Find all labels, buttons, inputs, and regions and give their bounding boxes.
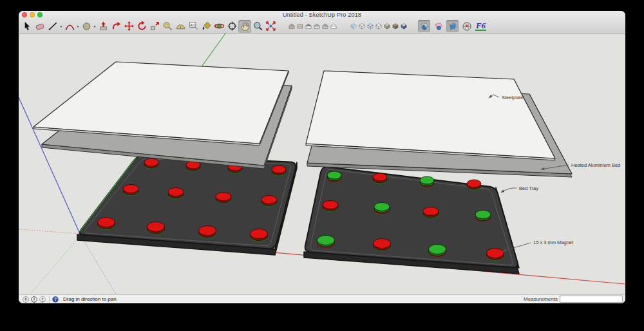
position-camera-icon xyxy=(227,21,238,32)
section-cuts-icon xyxy=(433,21,444,32)
zoom-icon xyxy=(252,21,263,32)
left-view-icon xyxy=(330,23,337,30)
add-location-icon xyxy=(462,21,472,32)
tool-right-view-button[interactable] xyxy=(312,21,321,32)
tool-front-view-button[interactable] xyxy=(304,21,312,32)
tool-shaded-button[interactable] xyxy=(383,21,391,32)
rotate-icon xyxy=(137,21,147,32)
tool-pan-button[interactable] xyxy=(238,20,251,33)
tool-move-button[interactable] xyxy=(122,20,135,33)
tool-wireframe-button[interactable] xyxy=(366,21,374,32)
tool-hidden-line-button[interactable] xyxy=(374,21,383,32)
tool-paint-bucket-button[interactable] xyxy=(200,20,213,33)
tool-section-display-button[interactable] xyxy=(418,20,430,32)
tool-left-view-button[interactable] xyxy=(329,21,337,32)
text-icon: A1 xyxy=(188,21,199,32)
tool-rotate-button[interactable] xyxy=(135,20,148,33)
tool-monochrome-button[interactable] xyxy=(399,21,408,32)
pan-icon xyxy=(240,21,251,32)
top-view-icon xyxy=(296,23,304,30)
extras-group: F6 xyxy=(418,20,489,32)
blue-axis-dotted xyxy=(80,235,116,294)
sign-in-icon[interactable] xyxy=(39,296,46,303)
red-magnet xyxy=(251,229,268,242)
red-magnet xyxy=(216,193,231,204)
tool-f6-plugin-button[interactable]: F6 xyxy=(475,20,487,32)
bed-tray-leader xyxy=(501,188,516,193)
monochrome-icon xyxy=(400,23,408,30)
measurements-input[interactable] xyxy=(560,296,623,303)
tool-select-button[interactable] xyxy=(21,20,33,33)
line-icon xyxy=(48,21,59,32)
section-display-icon xyxy=(419,21,430,32)
status-icons: ? xyxy=(23,296,61,303)
left-plates xyxy=(33,62,292,169)
sketchup-window: Untitled - SketchUp Pro 2018 ▾▾▾A1F6 xyxy=(19,11,625,303)
tool-eraser-button[interactable] xyxy=(33,20,46,33)
tool-back-edges-button[interactable] xyxy=(357,21,366,32)
arc-icon xyxy=(64,21,75,32)
red-magnet xyxy=(98,218,115,231)
tool-section-cuts-button[interactable] xyxy=(432,20,444,32)
red-magnet xyxy=(144,158,158,169)
tool-xray-button[interactable] xyxy=(349,21,357,32)
red-magnet xyxy=(323,201,338,213)
tool-back-view-button[interactable] xyxy=(321,21,329,32)
bed-tray-label: Bed Tray xyxy=(519,185,538,191)
tool-iso-view-button[interactable] xyxy=(287,21,296,32)
help-icon[interactable]: ? xyxy=(52,296,59,303)
tool-top-view-button[interactable] xyxy=(296,21,304,32)
tool-push-pull-button[interactable] xyxy=(97,20,109,33)
tool-shapes-button[interactable] xyxy=(80,20,93,33)
wireframe-icon xyxy=(366,23,374,30)
magnet-label: 15 x 3 mm Magnet xyxy=(533,240,574,245)
red-magnet xyxy=(168,188,184,200)
zoom-extents-icon xyxy=(265,21,276,32)
xray-icon xyxy=(350,23,357,30)
tool-shaded-textures-button[interactable] xyxy=(391,21,399,32)
status-bar: ? Drag in direction to pan Measurements xyxy=(19,294,625,303)
orbit-icon xyxy=(214,21,225,32)
green-magnet xyxy=(420,176,434,187)
tool-zoom-extents-button[interactable] xyxy=(264,20,277,33)
tool-scale-button[interactable] xyxy=(148,20,161,33)
right-steelplate-top xyxy=(306,71,555,158)
model-viewport[interactable]: Steelplate Heated Aluminium Bed Bed Tray… xyxy=(19,33,625,294)
tool-add-location-button[interactable] xyxy=(460,20,473,32)
red-magnet xyxy=(374,239,391,252)
tool-section-fill-button[interactable] xyxy=(446,20,459,32)
tool-tape-measure-button[interactable] xyxy=(161,20,174,33)
red-magnet xyxy=(373,173,387,184)
paint-bucket-icon xyxy=(201,21,212,32)
tool-zoom-button[interactable] xyxy=(251,20,264,33)
scale-icon xyxy=(149,21,160,32)
tool-protractor-button[interactable] xyxy=(174,20,187,33)
svg-text:A1: A1 xyxy=(190,23,195,27)
left-bed-tray xyxy=(77,155,297,255)
title-bar[interactable]: Untitled - SketchUp Pro 2018 xyxy=(19,11,625,19)
geolocation-icon[interactable] xyxy=(23,296,29,303)
front-view-icon xyxy=(305,23,312,30)
tool-arc-button[interactable] xyxy=(63,20,76,33)
tool-follow-me-button[interactable] xyxy=(109,20,122,33)
tool-text-button[interactable]: A1 xyxy=(187,20,200,33)
eraser-icon xyxy=(35,21,46,32)
heated-bed-label: Heated Aluminium Bed xyxy=(571,162,620,168)
green-axis-dotted xyxy=(30,235,80,294)
red-axis-dotted xyxy=(19,229,80,234)
shaded-icon xyxy=(383,23,391,30)
back-edges-icon xyxy=(358,23,366,30)
tool-position-camera-button[interactable] xyxy=(225,20,238,33)
3d-scene: Steelplate Heated Aluminium Bed Bed Tray… xyxy=(19,33,625,294)
tool-line-button[interactable] xyxy=(46,20,59,33)
tool-orbit-button[interactable] xyxy=(213,20,225,33)
hidden-line-icon xyxy=(375,23,383,30)
section-fill-icon xyxy=(448,21,458,32)
steelplate-label: Steelplate xyxy=(502,95,523,100)
green-magnet xyxy=(317,236,335,249)
svg-text:?: ? xyxy=(54,297,57,301)
status-divider xyxy=(49,296,50,303)
credits-icon[interactable] xyxy=(31,296,37,303)
f6-plugin-icon: F6 xyxy=(475,21,486,31)
right-plates xyxy=(306,71,572,177)
